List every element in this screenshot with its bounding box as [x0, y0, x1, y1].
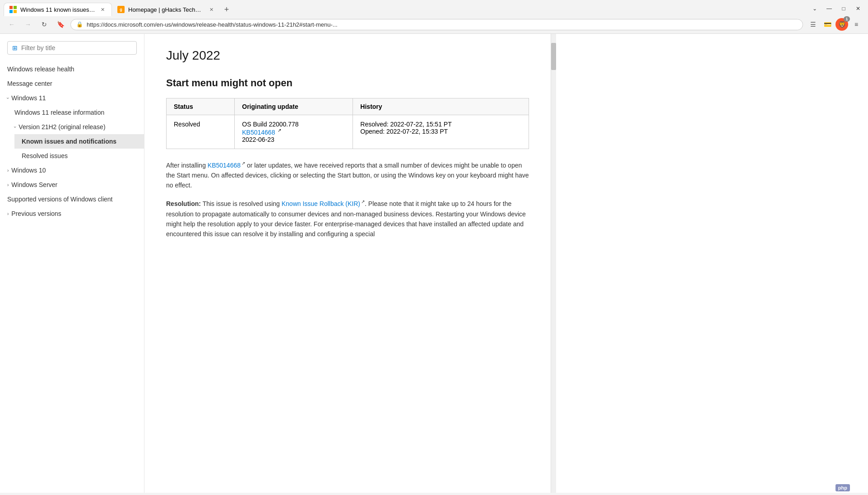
sidebar-section-header-21h2[interactable]: › Version 21H2 (original release) — [7, 120, 144, 134]
sidebar-section-header-previous-versions[interactable]: › Previous versions — [0, 206, 144, 221]
sidebar-section-windows11: › Windows 11 Windows 11 release informat… — [0, 91, 144, 163]
sidebar-item-label: Supported versions of Windows client — [7, 196, 137, 203]
page-container: ⊞ Windows release health Message center … — [0, 34, 868, 493]
body-text-before-kir: This issue is resolved using — [201, 200, 282, 207]
body-paragraph-2: Resolution: This issue is resolved using… — [166, 198, 529, 239]
sidebar-item-label: Windows Server — [11, 181, 57, 188]
issue-table: Status Originating update History Resolv… — [166, 98, 529, 149]
sidebar-section-21h2: › Version 21H2 (original release) Known … — [7, 120, 144, 163]
external-link-icon: ↗ — [278, 128, 281, 133]
close-button[interactable]: ✕ — [852, 4, 864, 14]
chevron-windows10-icon: › — [7, 168, 9, 173]
sidebar-item-windows-release-health[interactable]: Windows release health — [0, 62, 144, 76]
sidebar-item-label: Windows 10 — [11, 167, 46, 174]
sidebar-item-label: Version 21H2 (original release) — [19, 123, 105, 131]
ghacks-favicon-icon: g — [117, 6, 125, 13]
php-badge: php — [836, 484, 850, 491]
kir-link[interactable]: Known Issue Rollback (KIR) — [282, 200, 360, 207]
browser-chrome: Windows 11 known issues and no ✕ g Homep… — [0, 0, 868, 34]
sidebar-section-windows-server: › Windows Server — [0, 177, 144, 192]
tab-active[interactable]: Windows 11 known issues and no ✕ — [4, 3, 112, 16]
chevron-windows11-icon: › — [5, 97, 10, 98]
sidebar-item-known-issues[interactable]: Known issues and notifications — [14, 134, 144, 149]
tab-title-active: Windows 11 known issues and no — [20, 6, 95, 13]
filter-icon: ⊞ — [12, 44, 18, 51]
table-header-status: Status — [167, 98, 235, 115]
filter-box[interactable]: ⊞ — [7, 41, 137, 55]
tab-close-inactive[interactable]: ✕ — [208, 6, 215, 13]
tab-title-inactive: Homepage | gHacks Technology News — [128, 6, 204, 13]
external-link-icon-3: ↗ — [361, 199, 365, 204]
sidebar-item-label: Windows 11 — [11, 94, 46, 102]
table-cell-history: Resolved: 2022-07-22, 15:51 PT Opened: 2… — [353, 115, 529, 149]
page-date-heading: July 2022 — [166, 48, 529, 63]
sidebar: ⊞ Windows release health Message center … — [0, 34, 144, 493]
new-tab-button[interactable]: + — [220, 3, 233, 16]
table-cell-originating-update: OS Build 22000.778 KB5014668 ↗ 2022-06-2… — [235, 115, 353, 149]
history-resolved: Resolved: 2022-07-22, 15:51 PT — [360, 121, 521, 128]
history-opened: Opened: 2022-07-22, 15:33 PT — [360, 128, 521, 135]
sidebar-section-previous-versions: › Previous versions — [0, 206, 144, 221]
sidebar-sub-windows11: Windows 11 release information › Version… — [0, 105, 144, 163]
sidebar-item-label: Windows 11 release information — [14, 109, 104, 116]
sidebar-item-label: Message center — [7, 80, 137, 87]
sidebar-item-windows11-release-info[interactable]: Windows 11 release information — [7, 105, 144, 120]
sidebar-item-resolved-issues[interactable]: Resolved issues — [14, 149, 144, 163]
tab-close-active[interactable]: ✕ — [99, 6, 106, 13]
resolution-label: Resolution: — [166, 200, 201, 207]
lock-icon: 🔒 — [76, 21, 83, 28]
chevron-previous-versions-icon: › — [7, 211, 9, 216]
brave-shield-icon[interactable]: 🦁 1 — [836, 18, 848, 31]
kb5014668-link-table[interactable]: KB5014668 — [242, 129, 275, 136]
external-link-icon-2: ↗ — [241, 161, 245, 166]
brave-logo: 🦁 — [838, 21, 846, 28]
main-content: July 2022 Start menu might not open Stat… — [144, 34, 551, 493]
chevron-21h2-icon: › — [13, 126, 18, 127]
table-row: Resolved OS Build 22000.778 KB5014668 ↗ … — [167, 115, 529, 149]
address-bar-row: ← → ↻ 🔖 🔒 https://docs.microsoft.com/en-… — [0, 16, 868, 33]
originating-update-date: 2022-06-23 — [242, 136, 345, 143]
sidebar-icon[interactable]: ☰ — [807, 18, 819, 31]
filter-input[interactable] — [21, 44, 132, 51]
brave-badge: 1 — [844, 16, 850, 22]
tab-bar-chevron[interactable]: ⌄ — [808, 4, 821, 14]
sidebar-section-header-windows10[interactable]: › Windows 10 — [0, 163, 144, 177]
menu-icon[interactable]: ≡ — [850, 18, 863, 31]
sidebar-item-message-center[interactable]: Message center — [0, 76, 144, 91]
sidebar-item-label: Windows release health — [7, 65, 137, 73]
originating-update-link-container: KB5014668 ↗ — [242, 128, 345, 136]
sidebar-item-label: Resolved issues — [22, 152, 68, 159]
forward-button[interactable]: → — [22, 18, 34, 31]
minimize-button[interactable]: — — [823, 4, 836, 14]
tab-inactive[interactable]: g Homepage | gHacks Technology News ✕ — [112, 3, 220, 16]
scrollbar-thumb[interactable] — [551, 43, 556, 70]
ms-favicon-icon — [9, 6, 17, 13]
maximize-button[interactable]: □ — [837, 4, 850, 14]
sidebar-section-windows10: › Windows 10 — [0, 163, 144, 177]
back-button[interactable]: ← — [5, 18, 18, 31]
window-controls: ⌄ — □ ✕ — [808, 4, 864, 15]
wallet-icon[interactable]: 💳 — [821, 18, 834, 31]
sidebar-item-label: Previous versions — [11, 210, 61, 217]
chevron-windows-server-icon: › — [7, 182, 9, 187]
issue-title: Start menu might not open — [166, 77, 529, 89]
body-text-before-link: After installing — [166, 161, 208, 168]
address-url: https://docs.microsoft.com/en-us/windows… — [87, 21, 797, 28]
sidebar-section-header-windows-server[interactable]: › Windows Server — [0, 177, 144, 192]
address-bar[interactable]: 🔒 https://docs.microsoft.com/en-us/windo… — [70, 19, 803, 30]
reload-button[interactable]: ↻ — [38, 18, 51, 31]
table-cell-status: Resolved — [167, 115, 235, 149]
page-scrollbar[interactable] — [551, 34, 556, 493]
sidebar-section-header-windows11[interactable]: › Windows 11 — [0, 91, 144, 105]
originating-update-build: OS Build 22000.778 — [242, 121, 345, 128]
sidebar-item-supported-versions[interactable]: Supported versions of Windows client — [0, 192, 144, 206]
sidebar-sub2-21h2: Known issues and notifications Resolved … — [7, 134, 144, 163]
tab-bar: Windows 11 known issues and no ✕ g Homep… — [0, 0, 868, 16]
table-header-originating-update: Originating update — [235, 98, 353, 115]
toolbar-icons: ☰ 💳 🦁 1 ≡ — [807, 18, 863, 31]
body-paragraph-1: After installing KB5014668↗ or later upd… — [166, 160, 529, 191]
bookmark-button[interactable]: 🔖 — [54, 18, 67, 31]
table-header-history: History — [353, 98, 529, 115]
kb5014668-link-body[interactable]: KB5014668 — [208, 161, 241, 168]
sidebar-item-label: Known issues and notifications — [22, 138, 116, 145]
